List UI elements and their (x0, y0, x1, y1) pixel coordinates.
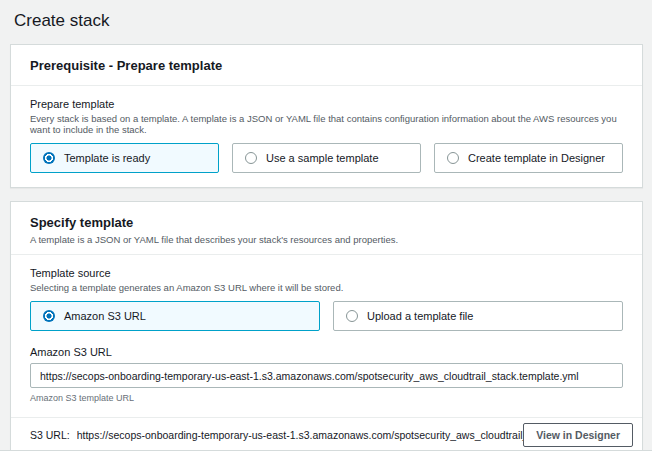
radio-selected-icon (43, 310, 55, 322)
page-title: Create stack (14, 11, 643, 31)
option-template-is-ready[interactable]: Template is ready (30, 143, 219, 173)
specify-template-card-body: Template source Selecting a template gen… (11, 255, 642, 417)
option-label: Create template in Designer (468, 152, 605, 164)
specify-template-card-header: Specify template A template is a JSON or… (11, 202, 642, 255)
option-amazon-s3-url[interactable]: Amazon S3 URL (30, 301, 320, 331)
specify-template-title: Specify template (30, 215, 623, 230)
prerequisite-card-body: Prepare template Every stack is based on… (11, 86, 642, 187)
template-source-options: Amazon S3 URL Upload a template file (30, 301, 623, 331)
specify-template-description: A template is a JSON or YAML file that d… (30, 234, 623, 245)
create-stack-page: Create stack Prerequisite - Prepare temp… (0, 0, 652, 451)
option-use-sample-template[interactable]: Use a sample template (232, 143, 421, 173)
prerequisite-card: Prerequisite - Prepare template Prepare … (10, 44, 643, 188)
radio-unselected-icon (447, 152, 459, 164)
prepare-template-label: Prepare template (30, 98, 623, 110)
prerequisite-card-header: Prerequisite - Prepare template (11, 45, 642, 86)
option-create-template-in-designer[interactable]: Create template in Designer (434, 143, 623, 173)
template-source-label: Template source (30, 267, 623, 279)
s3-url-footer: S3 URL: https://secops-onboarding-tempor… (11, 417, 642, 451)
radio-unselected-icon (346, 310, 358, 322)
s3-url-footer-label: S3 URL: (30, 429, 70, 441)
s3-url-footer-value: https://secops-onboarding-temporary-us-e… (77, 429, 523, 441)
amazon-s3-url-input[interactable] (30, 363, 623, 388)
option-label: Amazon S3 URL (64, 310, 146, 322)
amazon-s3-url-label: Amazon S3 URL (30, 346, 623, 358)
amazon-s3-url-helper: Amazon S3 template URL (30, 393, 623, 403)
option-label: Upload a template file (367, 310, 473, 322)
radio-unselected-icon (245, 152, 257, 164)
prerequisite-card-title: Prerequisite - Prepare template (30, 58, 623, 73)
specify-template-card: Specify template A template is a JSON or… (10, 201, 643, 451)
radio-selected-icon (43, 152, 55, 164)
option-label: Template is ready (64, 152, 150, 164)
prepare-template-description: Every stack is based on a template. A te… (30, 113, 623, 135)
option-upload-template-file[interactable]: Upload a template file (333, 301, 623, 331)
view-in-designer-button[interactable]: View in Designer (523, 423, 633, 447)
prepare-template-options: Template is ready Use a sample template … (30, 143, 623, 173)
template-source-description: Selecting a template generates an Amazon… (30, 282, 623, 293)
option-label: Use a sample template (266, 152, 379, 164)
